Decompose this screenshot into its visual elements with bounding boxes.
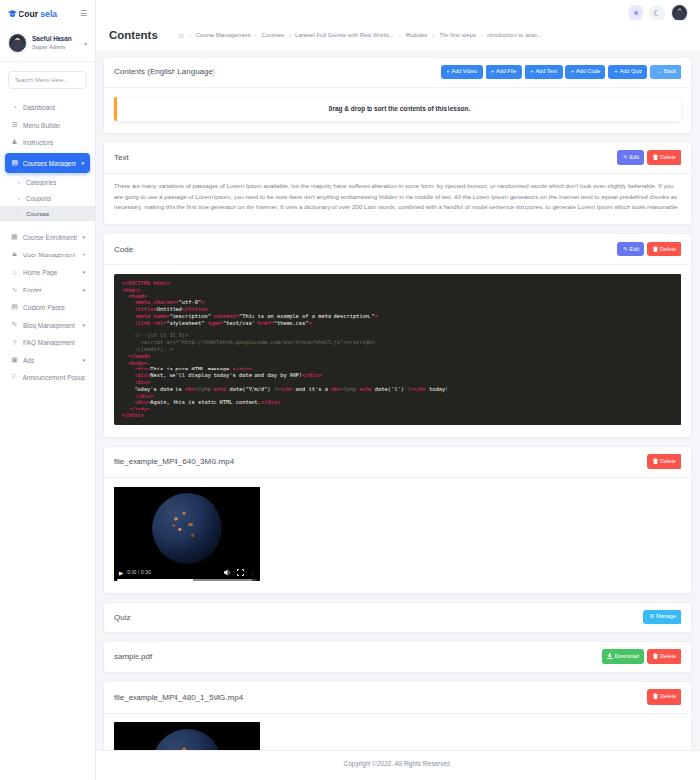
instructor-icon: ♟ <box>10 138 19 146</box>
breadcrumb-separator: › <box>289 32 291 38</box>
footer-icon: ∿ <box>10 286 19 293</box>
footer: Copyright ©2022. All Rights Reserved. <box>96 750 700 780</box>
pdf-content-card: sample.pdf Download Delete <box>103 641 692 674</box>
delete-button[interactable]: Delete <box>647 150 681 166</box>
topbar-avatar[interactable] <box>671 4 688 21</box>
sidebar-item-custom-pages[interactable]: ▤ Custom Pages <box>0 298 95 316</box>
plus-icon: + <box>491 69 494 75</box>
code-content-card: Code ✎ Edit Delete <!DOCTYPE html><html>… <box>103 233 692 438</box>
content-area: Contents (English Language) + Add Video … <box>96 50 700 750</box>
chevron-down-icon: ▾ <box>82 234 85 240</box>
card-title: Code <box>114 245 133 254</box>
sidebar-item-label: Menu Builder <box>23 122 60 129</box>
video-progress-bar[interactable] <box>117 579 257 581</box>
delete-button[interactable]: Delete <box>647 242 681 257</box>
contents-panel: Contents (English Language) + Add Video … <box>103 57 692 134</box>
sidebar-item-announcement-popups[interactable]: ⚐ Announcement Popups <box>0 369 95 386</box>
add-button-label: Add Code <box>576 69 600 75</box>
breadcrumb-label[interactable]: Courses <box>262 32 284 38</box>
back-button[interactable]: ← Back <box>650 65 681 79</box>
faq-icon: ? <box>10 339 19 346</box>
add-text-button[interactable]: + Add Text <box>525 65 563 79</box>
play-button[interactable]: ▶ <box>119 570 123 576</box>
add-quiz-button[interactable]: + Add Quiz <box>608 65 647 79</box>
sidebar-item-dashboard[interactable]: ◔ Dashboard <box>0 98 95 116</box>
chevron-down-icon: ▾ <box>84 40 87 47</box>
main-header: ☀ ☾ Contents ⌂ › Course Management › Cou… <box>96 0 700 50</box>
sidebar-item-label: Dashboard <box>23 104 55 111</box>
copyright-text: Copyright ©2022. All Rights Reserved. <box>343 760 451 767</box>
users-icon: ♟ <box>10 251 19 258</box>
user-card[interactable]: Saeful Hasan Super Admin ▾ <box>0 26 95 61</box>
chevron-down-icon: ▾ <box>82 252 85 257</box>
code-block: <!DOCTYPE html><html> <head> <meta chars… <box>114 274 681 425</box>
delete-button[interactable]: Delete <box>647 649 681 665</box>
enrollments-icon: ▦ <box>10 233 19 241</box>
sidebar-item-label: Footer <box>23 287 42 293</box>
volume-icon[interactable] <box>224 569 231 576</box>
breadcrumb-item: › The first steps <box>432 32 476 38</box>
breadcrumb-separator: › <box>481 32 483 38</box>
search-menu-input[interactable] <box>8 71 87 89</box>
pdf-file-name: sample.pdf <box>114 652 152 661</box>
brand-row: Coursela ☰ <box>0 0 95 26</box>
sidebar-item-footer[interactable]: ∿ Footer ▾ <box>0 281 95 298</box>
sidebar-item-course-enrollments[interactable]: ▦ Course Enrollments ▾ <box>0 228 95 246</box>
plus-icon: + <box>614 69 617 75</box>
brand-logo[interactable]: Coursela <box>8 9 57 19</box>
video-player[interactable]: ▶ 0:00 / 0:30 ⋮ <box>114 722 260 750</box>
add-file-button[interactable]: + Add File <box>486 65 522 79</box>
video-file-name: file_example_MP4_640_3MG.mp4 <box>114 457 234 466</box>
sidebar-item-coupons[interactable]: • Coupons <box>0 190 95 206</box>
more-options-icon[interactable]: ⋮ <box>250 569 255 576</box>
page-title: Contents <box>109 29 158 41</box>
sidebar-item-home-page[interactable]: ⌂ Home Page ▾ <box>0 263 95 281</box>
sidebar-item-faq-management[interactable]: ? FAQ Management <box>0 333 95 351</box>
breadcrumb-label[interactable]: The first steps <box>439 32 476 38</box>
sidebar-item-menu-builder[interactable]: ☰ Menu Builder <box>0 116 95 134</box>
chevron-down-icon: ▾ <box>82 287 85 292</box>
plus-icon: + <box>447 69 449 75</box>
sidebar-item-user-management[interactable]: ♟ User Management ▾ <box>0 246 95 263</box>
home-icon[interactable]: ⌂ <box>179 31 184 40</box>
edit-button[interactable]: ✎ Edit <box>617 150 644 166</box>
sun-icon: ☀ <box>632 8 640 18</box>
light-theme-toggle[interactable]: ☀ <box>628 5 643 20</box>
panel-title: Contents (English Language) <box>114 67 215 76</box>
breadcrumb-label[interactable]: Laravel Full Course with Real World... <box>295 32 394 38</box>
sidebar-item-courses[interactable]: • Courses <box>0 206 95 221</box>
sidebar-item-instructors[interactable]: ♟ Instructors <box>0 134 95 151</box>
sidebar-toggle-icon[interactable]: ☰ <box>80 9 87 18</box>
announcement-icon: ⚐ <box>10 373 18 381</box>
arrow-left-icon: ← <box>656 69 662 75</box>
sidebar-item-label: FAQ Management <box>23 339 75 346</box>
gear-icon: ⚙ <box>649 614 654 620</box>
sidebar-item-courses-management[interactable]: ▤ Courses Management ▾ <box>5 153 90 173</box>
sidebar-item-label: Announcement Popups <box>22 374 85 381</box>
sidebar-item-label: Course Enrollments <box>23 234 78 241</box>
manage-button[interactable]: ⚙ Manage <box>643 610 681 624</box>
sidebar-item-label: Blog Management <box>23 322 75 329</box>
card-title: Quiz <box>114 613 130 622</box>
chevron-down-icon: ▾ <box>81 160 84 166</box>
breadcrumb-label[interactable]: Course Management <box>196 32 251 38</box>
dark-theme-toggle[interactable]: ☾ <box>649 5 665 20</box>
breadcrumb-label[interactable]: ntroduction to larav... <box>487 32 542 38</box>
delete-button[interactable]: Delete <box>647 454 681 470</box>
sidebar-item-ads[interactable]: ▣ Ads ▾ <box>0 351 95 369</box>
add-video-button[interactable]: + Add Video <box>441 65 483 79</box>
download-icon <box>607 653 613 661</box>
edit-button[interactable]: ✎ Edit <box>617 242 644 257</box>
breadcrumb-label[interactable]: Modules <box>406 32 428 38</box>
video-player[interactable]: ▶ 0:00 / 0:30 ⋮ <box>114 487 260 581</box>
breadcrumb-separator: › <box>255 32 257 38</box>
add-code-button[interactable]: + Add Code <box>565 65 606 79</box>
download-button[interactable]: Download <box>602 649 644 665</box>
breadcrumb-separator: › <box>189 32 191 38</box>
fullscreen-icon[interactable] <box>237 569 244 576</box>
sidebar-item-categories[interactable]: • Categories <box>0 175 95 190</box>
sidebar-item-blog-management[interactable]: ✎ Blog Management ▾ <box>0 316 95 333</box>
sidebar-item-label: Instructors <box>23 139 53 146</box>
add-button-label: Add Quiz <box>620 69 642 75</box>
delete-button[interactable]: Delete <box>647 689 681 705</box>
